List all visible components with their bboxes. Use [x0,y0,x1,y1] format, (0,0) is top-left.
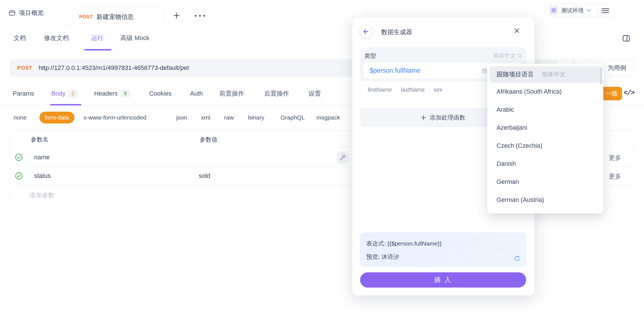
code-view-icon[interactable]: </> [624,89,634,97]
tab-docs[interactable]: 文档 [14,26,26,50]
split-panel-icon[interactable] [622,34,630,43]
hamburger-menu-icon[interactable] [601,8,609,14]
tab-pre-actions[interactable]: 前置操作 [219,82,244,105]
language-option[interactable]: Danish [489,155,601,173]
tab-body[interactable]: Body2 [51,82,78,105]
param-name-cell[interactable]: status [34,172,51,180]
body-type-none[interactable]: none [14,111,27,124]
col-header-value: 参数值 [200,136,217,143]
active-nav-underline [84,49,111,50]
expression-preview-panel: 表达式: {{$person.fullName}} 预览: 沐语汐 [360,232,526,267]
headers-count-badge: 9 [120,89,130,98]
body-type-raw[interactable]: raw [224,111,234,124]
tab-run[interactable]: 运行 [91,26,103,50]
language-option-secondary: 简体中文 [542,70,565,78]
body-type-json[interactable]: json [176,111,187,124]
language-dropdown: 跟随项目语言 简体中文 Afrikaans (South Africa) Ara… [487,64,603,213]
body-type-graphql[interactable]: GraphQL [281,111,305,124]
language-option[interactable]: German (Austria) [489,191,601,209]
new-tab-button[interactable] [173,12,180,19]
dropdown-scrollbar[interactable] [600,67,602,85]
environment-badge: 测 [549,6,558,15]
add-function-label: 添加处理函数 [430,114,465,122]
environment-selector[interactable]: 测 测试环境 [545,4,615,17]
type-label: 类型 [364,52,376,60]
project-overview-icon [8,9,16,17]
param-enabled-check-icon[interactable] [15,153,23,161]
modal-title: 数据生成器 [381,28,412,36]
expression-label: 表达式: [366,240,386,247]
environment-name: 测试环境 [561,7,584,14]
refresh-icon[interactable] [514,255,521,262]
tab-headers[interactable]: Headers9 [94,82,130,105]
doc-nav-bar: 文档 修改文档 运行 高级 Mock [0,26,644,51]
expression-line: 表达式: {{$person.fullName}} [366,240,442,248]
add-param-placeholder[interactable]: 添加参数 [30,191,54,200]
body-type-urlencoded[interactable]: x-www-form-urlencoded [83,111,146,124]
param-value-cell[interactable]: sold [199,172,210,180]
language-option[interactable]: German [489,173,601,191]
suggestion-lastname[interactable]: lastName [401,87,425,93]
param-name-cell[interactable]: name [34,154,50,161]
tab-project-overview[interactable]: 项目概览 [8,7,44,19]
suggestion-firstname[interactable]: firstName [368,87,392,93]
tab-method-badge: POST [79,14,93,20]
tab-cookies[interactable]: Cookies [149,82,171,105]
top-tab-bar: 项目概览 POST 新建宠物信息 测 测试环境 [0,0,644,26]
language-option[interactable]: Afrikaans (South Africa) [489,83,601,101]
col-header-name: 参数名 [31,136,48,143]
language-option-follow-project[interactable]: 跟随项目语言 简体中文 [489,66,601,83]
chevron-down-icon [586,9,591,12]
expression-value: {{$person.fullName}} [387,240,442,247]
url-method-label: POST [17,65,32,71]
tab-advanced-mock[interactable]: 高级 Mock [120,26,149,50]
more-tabs-button[interactable] [193,14,206,18]
insert-button[interactable]: 插 入 [360,272,526,288]
body-type-msgpack[interactable]: msgpack [316,111,340,124]
arrow-left-icon [362,28,369,35]
body-type-form-data[interactable]: form-data [39,112,74,123]
search-icon [517,53,522,59]
tab-edit-docs[interactable]: 修改文档 [44,26,69,50]
back-button[interactable] [360,25,372,38]
body-type-binary[interactable]: binary [248,111,264,124]
preview-label: 预览: [366,253,380,260]
env-divider [597,4,597,17]
project-overview-label: 项目概览 [19,9,44,17]
type-input-hint: 姓 [482,67,488,75]
magic-wand-icon [339,154,346,161]
language-filter-button[interactable]: 简体中文 [493,52,522,59]
type-input-value: $person.fullName [370,67,420,74]
close-icon[interactable] [513,27,520,34]
body-count-badge: 2 [68,89,78,98]
preview-value: 沐语汐 [381,253,399,260]
active-section-underline [50,104,81,105]
data-generator-wand-button[interactable] [337,151,348,164]
language-option[interactable]: Azerbaijani [489,119,601,137]
tab-request-title: 新建宠物信息 [96,13,134,21]
row-more-link[interactable]: 更多 [609,172,628,181]
app-window: 项目概览 POST 新建宠物信息 测 测试环境 文档 修改文档 运行 高级 Mo… [0,0,644,318]
tab-post-actions[interactable]: 后置操作 [264,82,289,105]
tab-settings[interactable]: 设置 [308,82,321,105]
preview-line: 预览: 沐语汐 [366,253,399,261]
language-option[interactable]: Arabic [489,101,601,119]
url-text: http://127.0.0.1:4523/m1/4997831-4656773… [39,64,189,72]
suggestion-sex[interactable]: sex [434,87,442,93]
language-option[interactable]: Czech (Czechia) [489,137,601,155]
tab-params[interactable]: Params [13,82,34,105]
suggestion-tags: firstName lastName sex [368,87,442,93]
param-enabled-check-icon[interactable] [15,172,23,180]
row-more-link[interactable]: 更多 [609,154,628,162]
plus-icon [421,115,426,120]
tab-auth[interactable]: Auth [190,82,203,105]
body-type-xml[interactable]: xml [201,111,210,124]
tab-request-active[interactable]: POST 新建宠物信息 [72,7,165,26]
